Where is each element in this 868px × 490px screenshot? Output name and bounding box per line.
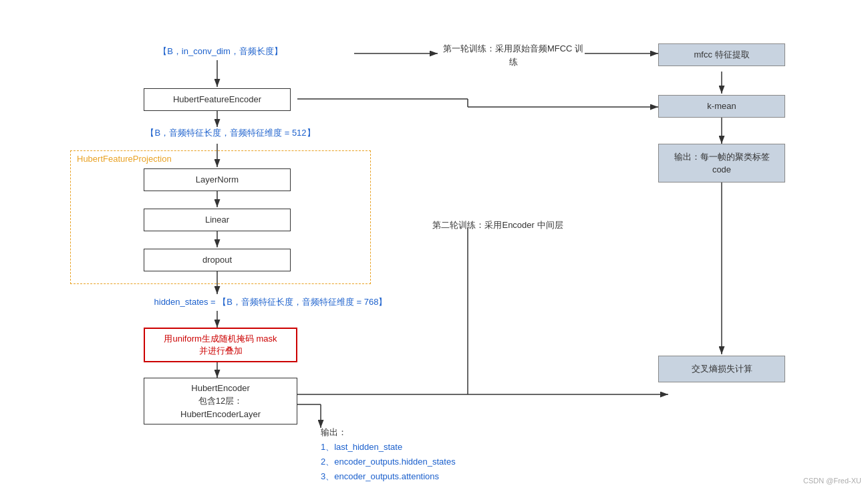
diagram-container: 【B，in_conv_dim，音频长度】 HubertFeatureEncode… <box>0 0 868 490</box>
output2: 2、encoder_outputs.hidden_states <box>321 456 456 468</box>
mask-box: 用uniform生成随机掩码 mask 并进行叠加 <box>144 328 297 362</box>
output1: 1、last_hidden_state <box>321 441 402 453</box>
hubert-encoder-box: HubertEncoder 包含12层： HubertEncoderLayer <box>144 378 297 424</box>
hidden-states-label: hidden_states = 【B，音频特征长度，音频特征维度 = 768】 <box>87 296 454 308</box>
hubert-feature-encoder-box: HubertFeatureEncoder <box>144 88 291 111</box>
input-label: 【B，in_conv_dim，音频长度】 <box>90 45 351 57</box>
round1-label: 第一轮训练：采用原始音频MFCC 训练 <box>440 42 587 68</box>
linear-box: Linear <box>144 209 291 231</box>
layer-norm-box: LayerNorm <box>144 168 291 191</box>
mfcc-box: mfcc 特征提取 <box>658 43 785 66</box>
dropout-box: dropout <box>144 249 291 271</box>
output3: 3、encoder_outputs.attentions <box>321 471 439 483</box>
feature-projection-label: HubertFeatureProjection <box>77 154 172 164</box>
feature-dim-label: 【B，音频特征长度，音频特征维度 = 512】 <box>87 127 374 139</box>
output-label: 输出： <box>321 426 347 439</box>
round2-label: 第二轮训练：采用Encoder 中间层 <box>414 219 581 231</box>
kmean-box: k-mean <box>658 95 785 118</box>
cross-entropy-box: 交叉熵损失计算 <box>658 356 785 382</box>
cluster-label-box: 输出：每一帧的聚类标签 code <box>658 144 785 182</box>
watermark: CSDN @Fred-XU <box>803 477 861 485</box>
